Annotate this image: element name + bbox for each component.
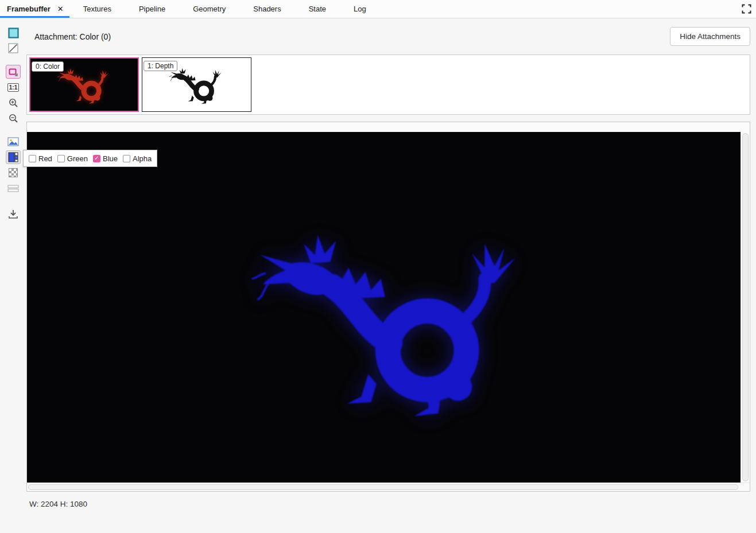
image-icon: [7, 137, 19, 146]
viewport-top-gutter: [27, 122, 750, 132]
vertical-scrollbar-thumb[interactable]: [742, 133, 749, 481]
channel-selector: Red Green Blue Alpha: [23, 150, 157, 167]
hide-attachments-button[interactable]: Hide Attachments: [670, 27, 750, 46]
green-checkbox-label: Green: [67, 154, 88, 163]
viewport: [26, 122, 750, 492]
horizontal-scrollbar[interactable]: [27, 483, 750, 491]
channel-checkbox-red[interactable]: Red: [29, 154, 52, 163]
tabbar-spacer: [380, 0, 736, 18]
tab-pipeline[interactable]: Pipeline: [125, 0, 179, 18]
tab-bar: Framebuffer ✕ Textures Pipeline Geometry…: [0, 0, 756, 18]
app-window: Framebuffer ✕ Textures Pipeline Geometry…: [0, 0, 756, 533]
green-checkbox-box: [57, 155, 65, 162]
red-checkbox-label: Red: [38, 154, 52, 163]
attachment-thumbnail-depth[interactable]: 1: Depth: [142, 57, 251, 112]
red-checkbox-box: [29, 155, 36, 162]
channel-checkbox-blue[interactable]: Blue: [93, 154, 118, 163]
save-icon: [8, 209, 18, 219]
channel-checkbox-alpha[interactable]: Alpha: [123, 154, 152, 163]
render-canvas[interactable]: [27, 132, 741, 483]
tab-shaders[interactable]: Shaders: [239, 0, 294, 18]
tab-textures[interactable]: Textures: [69, 0, 125, 18]
save-button[interactable]: [6, 207, 21, 221]
tab-state[interactable]: State: [295, 0, 340, 18]
attachment-thumbnail-color[interactable]: 0: Color: [29, 57, 139, 112]
zoom-out-icon: [8, 113, 18, 123]
background-color-icon: [7, 27, 20, 39]
checkerboard-button[interactable]: [6, 166, 21, 180]
alpha-checkbox-label: Alpha: [133, 154, 152, 163]
attachment-label: Attachment: Color (0): [34, 32, 111, 41]
close-tab-icon[interactable]: ✕: [57, 5, 64, 13]
blue-checkbox-box: [93, 155, 100, 162]
left-toolbar: 1:1: [0, 18, 26, 533]
one-to-one-icon: 1:1: [7, 83, 19, 92]
attachment-header: Attachment: Color (0) Hide Attachments: [26, 18, 750, 55]
channels-icon: [8, 152, 18, 162]
attachments-strip: 0: Color 1: Depth: [26, 55, 750, 115]
fit-to-window-button[interactable]: [6, 65, 21, 79]
checkerboard-icon: [9, 168, 18, 177]
background-color-button[interactable]: [6, 26, 21, 40]
alpha-checkbox-box: [123, 155, 130, 162]
zoom-in-button[interactable]: [6, 96, 21, 110]
fullscreen-icon[interactable]: [736, 0, 756, 18]
flip-icon: [7, 185, 19, 192]
horizontal-scrollbar-thumb[interactable]: [28, 484, 738, 490]
main-panel: Attachment: Color (0) Hide Attachments 0…: [26, 18, 750, 533]
tab-geometry[interactable]: Geometry: [179, 0, 239, 18]
flip-button[interactable]: [6, 181, 21, 195]
channels-button[interactable]: [6, 150, 21, 164]
tab-framebuffer[interactable]: Framebuffer ✕: [0, 0, 69, 18]
rendered-dragon-image: [248, 213, 533, 423]
zoom-in-icon: [8, 98, 18, 108]
tab-label: Framebuffer: [7, 5, 51, 13]
attachment-chip: 1: Depth: [144, 61, 177, 71]
vertical-scrollbar[interactable]: [741, 132, 750, 483]
no-background-icon: [8, 43, 18, 53]
no-background-button[interactable]: [6, 41, 21, 55]
zoom-out-button[interactable]: [6, 111, 21, 125]
blue-checkbox-label: Blue: [103, 154, 118, 163]
status-dimensions: W: 2204 H: 1080: [29, 500, 750, 508]
image-view-button[interactable]: [6, 135, 21, 149]
tab-log[interactable]: Log: [340, 0, 380, 18]
one-to-one-button[interactable]: 1:1: [6, 80, 21, 94]
attachment-chip: 0: Color: [32, 61, 64, 72]
channel-checkbox-green[interactable]: Green: [57, 154, 88, 163]
fit-to-window-icon: [8, 67, 18, 77]
